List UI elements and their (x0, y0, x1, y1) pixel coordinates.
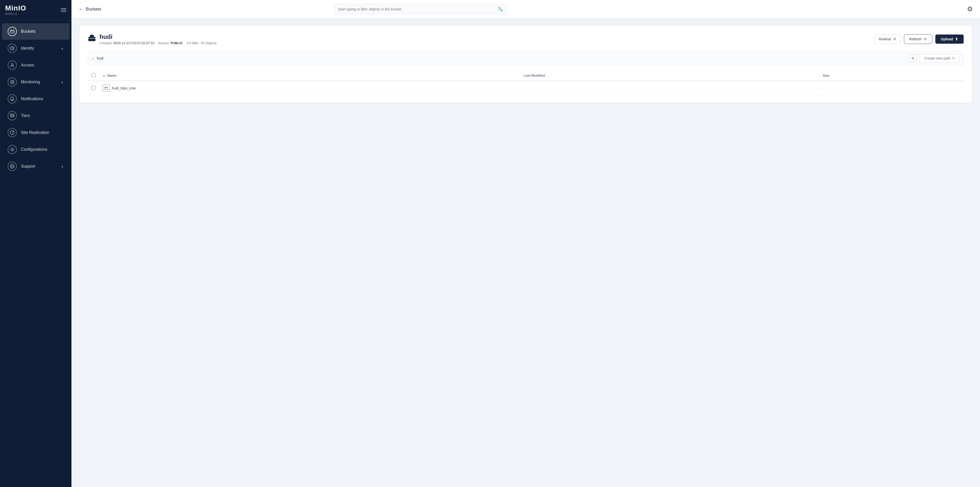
search-input[interactable] (338, 7, 495, 11)
last-modified-col-header: Last Modified (520, 70, 819, 81)
svg-point-8 (11, 81, 13, 83)
bucket-card: hudi Created: 0000-12-31T16:07:02-07:52 … (80, 26, 972, 103)
buckets-icon (8, 27, 17, 36)
select-all-col (88, 70, 99, 81)
upload-icon: ⬆ (955, 37, 958, 41)
rewind-button[interactable]: Rewind ↺ (874, 34, 901, 44)
col-name-label: Name (107, 73, 116, 77)
sidebar-item-site-replication-label: Site Replication (21, 130, 64, 135)
table-header: ▲ Name Last Modified Size (88, 70, 964, 81)
sidebar-nav: Buckets Identity ▲ Access Monitoring ▲ (0, 20, 72, 487)
svg-line-15 (13, 167, 14, 167)
sidebar-item-site-replication[interactable]: Site Replication (2, 125, 69, 141)
svg-point-10 (11, 114, 14, 115)
bucket-actions: Rewind ↺ Refresh ↻ Upload ⬆ (874, 34, 964, 44)
bucket-title-area: hudi Created: 0000-12-31T16:07:02-07:52 … (88, 33, 217, 45)
topbar-right: ⚙ (967, 5, 973, 13)
row-last-modified-cell (520, 81, 819, 96)
back-nav[interactable]: ← Buckets (79, 6, 101, 12)
access-label: Access: (158, 41, 170, 45)
col-last-modified-label: Last Modified (524, 73, 545, 77)
size-value: - (823, 86, 824, 90)
bucket-title-icon (88, 35, 96, 44)
sidebar-item-buckets[interactable]: Buckets (2, 23, 69, 40)
rewind-icon: ↺ (893, 37, 896, 41)
svg-rect-16 (88, 37, 95, 41)
sidebar-item-notifications[interactable]: Notifications (2, 91, 69, 107)
monitoring-chevron: ▲ (61, 80, 64, 84)
monitoring-icon (8, 77, 17, 86)
upload-button[interactable]: Upload ⬆ (935, 35, 964, 44)
refresh-icon: ↻ (924, 37, 927, 41)
folder-row[interactable]: hudi_trips_cow (103, 85, 135, 92)
size-objects: 3.9 MiB - 55 Objects (186, 41, 217, 45)
sidebar-item-configurations-label: Configurations (21, 147, 64, 152)
table-body: hudi_trips_cow - (88, 81, 964, 96)
access-icon (8, 61, 17, 70)
bucket-name: hudi (100, 33, 217, 40)
search-bar: 🔍 (334, 4, 507, 14)
app-version: AGPLv3 (5, 12, 26, 15)
sidebar: MinIO AGPLv3 Buckets Identity ▲ (0, 0, 72, 487)
create-path-label: Create new path (924, 56, 950, 60)
back-arrow-icon: ← (79, 6, 84, 12)
path-copy-button[interactable]: ⧉ (909, 54, 917, 62)
sidebar-item-tiers-label: Tiers (21, 113, 64, 118)
path-text: hudi (97, 56, 906, 60)
access-value: PUBLIC (170, 41, 183, 45)
settings-icon[interactable]: ⚙ (967, 5, 973, 13)
svg-point-3 (11, 48, 12, 48)
hamburger-menu[interactable] (61, 8, 66, 12)
support-chevron: ▲ (61, 164, 64, 168)
refresh-label: Refresh (909, 37, 922, 41)
bucket-meta: Created: 0000-12-31T16:07:02-07:52 Acces… (100, 41, 217, 45)
sidebar-item-identity[interactable]: Identity ▲ (2, 40, 69, 56)
content: hudi Created: 0000-12-31T16:07:02-07:52 … (72, 18, 980, 487)
folder-icon (103, 85, 110, 92)
size-col-header: Size (819, 70, 964, 81)
tiers-icon (8, 111, 17, 120)
col-size-label: Size (823, 73, 829, 77)
configurations-icon (8, 145, 17, 154)
bucket-header: hudi Created: 0000-12-31T16:07:02-07:52 … (88, 33, 964, 45)
name-col-header: ▲ Name (99, 70, 520, 81)
folder-name: hudi_trips_cow (112, 86, 135, 90)
svg-point-13 (11, 166, 13, 167)
sidebar-item-tiers[interactable]: Tiers (2, 108, 69, 124)
path-bar: ‹ hudi ⧉ Create new path ✎ (88, 51, 964, 65)
table-row: hudi_trips_cow - (88, 81, 964, 96)
objects-table: ▲ Name Last Modified Size (88, 70, 964, 96)
create-path-icon: ✎ (952, 56, 955, 60)
sidebar-item-monitoring-label: Monitoring (21, 80, 57, 84)
sidebar-item-support[interactable]: Support ▲ (2, 158, 69, 174)
refresh-button[interactable]: Refresh ↻ (904, 34, 932, 44)
row-name-cell: hudi_trips_cow (99, 81, 520, 96)
notifications-icon (8, 94, 17, 104)
create-path-button[interactable]: Create new path ✎ (920, 54, 959, 62)
sidebar-item-monitoring[interactable]: Monitoring ▲ (2, 74, 69, 90)
select-all-checkbox[interactable] (91, 73, 95, 77)
identity-icon (8, 44, 17, 53)
search-icon: 🔍 (498, 6, 503, 11)
svg-point-12 (11, 164, 14, 168)
sidebar-item-access[interactable]: Access (2, 57, 69, 73)
sidebar-item-configurations[interactable]: Configurations (2, 141, 69, 158)
sidebar-item-notifications-label: Notifications (21, 97, 64, 101)
support-icon (8, 162, 17, 171)
created-value: 0000-12-31T16:07:02-07:52 (113, 41, 155, 45)
row-checkbox[interactable] (91, 86, 95, 90)
svg-rect-2 (11, 47, 14, 50)
sidebar-header: MinIO AGPLv3 (0, 0, 72, 20)
row-size-cell: - (819, 81, 964, 96)
rewind-label: Rewind (879, 37, 891, 41)
sidebar-item-support-label: Support (21, 164, 57, 169)
path-back-button[interactable]: ‹ (92, 56, 94, 61)
main-area: ← Buckets 🔍 ⚙ hudi Crea (72, 0, 980, 487)
svg-rect-0 (10, 30, 14, 33)
created-label: Created: (100, 41, 112, 45)
logo-area: MinIO AGPLv3 (5, 5, 26, 15)
back-label: Buckets (86, 6, 101, 12)
copy-icon: ⧉ (912, 56, 914, 60)
bucket-info: hudi Created: 0000-12-31T16:07:02-07:52 … (100, 33, 217, 45)
svg-point-6 (11, 64, 13, 65)
